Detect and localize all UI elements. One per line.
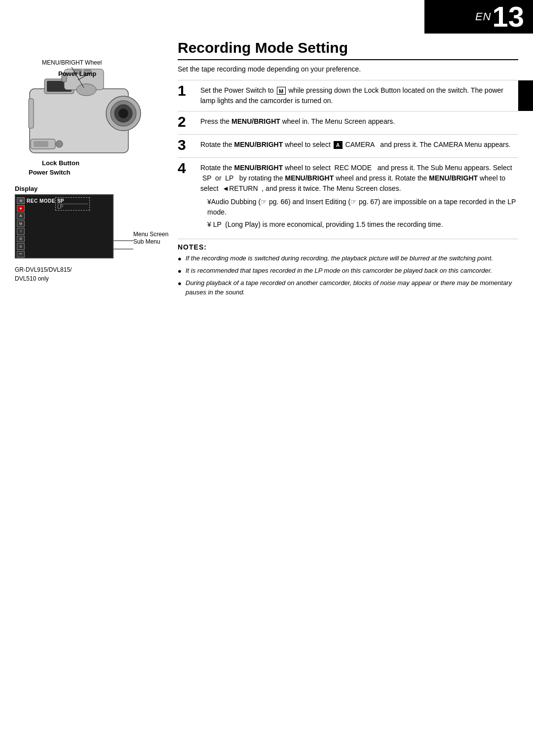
step-4-bold-1: MENU/BRIGHT [234,164,283,172]
rec-mode-text: REC MODE [27,198,55,204]
note-item-3: ● During playback of a tape recorded on … [178,279,518,296]
svg-rect-10 [34,141,48,147]
camera-icon: A [334,141,343,149]
step-3-number: 3 [178,138,195,152]
page-number: 13 [492,2,524,31]
step-1-number: 1 [178,83,195,98]
svg-rect-13 [29,99,34,128]
step-3-bold-1: MENU/BRIGHT [234,141,283,148]
note-text-1: If the recording mode is switched during… [186,254,493,263]
power-lamp-label: Power Lamp [58,70,96,77]
step-1-text: while pressing down the Lock Button loca… [200,86,503,105]
model-line1: GR-DVL915/DVL815/ [15,265,168,274]
step-4-row: 4 Rotate the MENU/BRIGHT wheel to select… [178,157,518,235]
step-1-bar [518,80,533,111]
step-4-bold-2: MENU/BRIGHT [285,174,334,182]
model-line2: DVL510 only [15,274,168,283]
notes-section: NOTES: ● If the recording mode is switch… [178,239,518,297]
steps-container: 1 Set the Power Switch to M while pressi… [178,80,518,235]
left-column: MENU/BRIGHT Wheel Power Lamp [15,39,168,283]
step-4-yen-1: ¥Audio Dubbing (☞ pg. 66) and Insert Edi… [207,197,518,217]
note-text-2: It is recommended that tapes recorded in… [186,266,492,275]
step-4-number: 4 [178,161,195,176]
menu-screen-label: Menu Screen [133,231,168,238]
page-en-prefix: EN [475,10,492,23]
diagram-area: MENU/BRIGHT Wheel Power Lamp [15,59,168,176]
step-4-yen-2: ¥ LP (Long Play) is more economical, pro… [207,219,518,230]
step-2-content: Press the MENU/BRIGHT wheel in. The Menu… [200,116,518,127]
svg-point-12 [76,84,96,96]
step-4-content: Rotate the MENU/BRIGHT wheel to select R… [200,163,518,230]
step-4-bold-3: MENU/BRIGHT [429,174,478,182]
svg-point-4 [118,108,128,118]
lp-text: LP [57,204,88,210]
step-1-content: Set the Power Switch to M while pressing… [200,85,518,106]
step-2-bold-1: MENU/BRIGHT [231,117,280,125]
power-switch-label: Power Switch [29,169,168,176]
display-section: Display ⊞ ● A M ☆ ◎ ⊙ ↩ [15,185,168,283]
note-item-1: ● If the recording mode is switched duri… [178,254,518,263]
sp-lp-box: SP LP [55,197,90,211]
display-label: Display [15,185,168,192]
section-intro: Set the tape recording mode depending on… [178,65,518,73]
step-3-content: Rotate the MENU/BRIGHT wheel to select A… [200,140,518,150]
screen-icon-2: ● [17,205,25,212]
note-bullet-3: ● [178,279,186,288]
step-3-row: 3 Rotate the MENU/BRIGHT wheel to select… [178,134,518,157]
step-2-number: 2 [178,114,195,129]
step-1-row: 1 Set the Power Switch to M while pressi… [178,80,518,111]
menu-bright-wheel-label: MENU/BRIGHT Wheel [42,59,102,66]
page-header: EN 13 [424,0,533,34]
notes-title: NOTES: [178,243,518,251]
right-column: Recording Mode Setting Set the tape reco… [178,39,518,300]
step-2-row: 2 Press the MENU/BRIGHT wheel in. The Me… [178,111,518,134]
sub-menu-label: Sub Menu [133,238,160,245]
screen-icon-3: A [17,213,25,219]
sp-text: SP [57,198,88,204]
note-text-3: During playback of a tape recorded on an… [186,279,518,296]
svg-point-11 [56,141,63,147]
screen-icon-4: M [17,220,25,227]
note-bullet-2: ● [178,267,186,276]
model-text: GR-DVL915/DVL815/ DVL510 only [15,265,168,283]
note-bullet-1: ● [178,254,186,263]
note-item-2: ● It is recommended that tapes recorded … [178,266,518,276]
screen-icon-1: ⊞ [17,197,25,204]
m-icon: M [277,87,286,95]
section-title: Recording Mode Setting [178,39,518,60]
